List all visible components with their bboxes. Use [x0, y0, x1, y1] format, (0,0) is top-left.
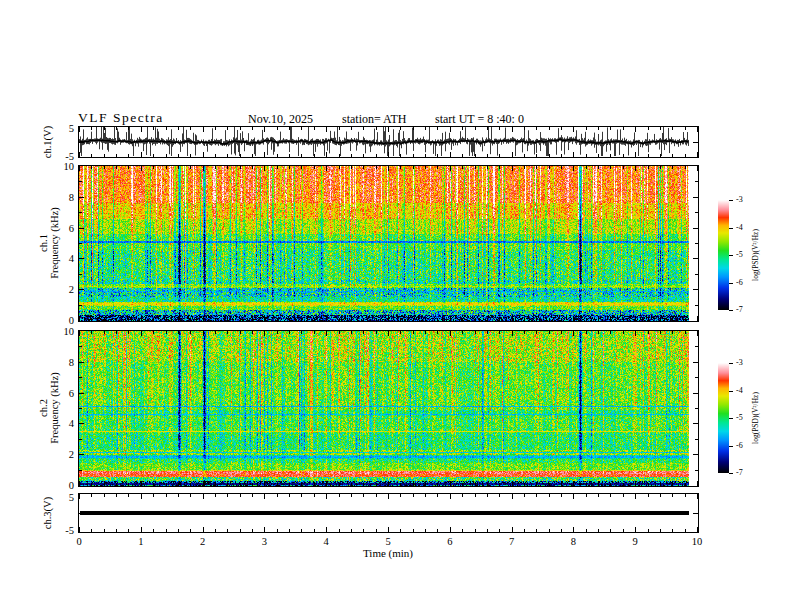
- time-tick-label-4: 4: [324, 536, 329, 547]
- ch2-spectrogram-panel: [78, 330, 699, 487]
- colorbar-ch2-tick: [729, 391, 733, 392]
- spec1-freq-tick-label-2: 2: [69, 284, 74, 295]
- time-tick-label-5: 5: [385, 536, 390, 547]
- colorbar-ch2-tick: [729, 363, 733, 364]
- time-tick-label-7: 7: [509, 536, 514, 547]
- time-tick-label-6: 6: [447, 536, 452, 547]
- time-tick-label-8: 8: [571, 536, 576, 547]
- colorbar-ch2-tick: [729, 446, 733, 447]
- spec1-freq-tick-label-6: 6: [69, 222, 74, 233]
- colorbar-ch1-tick: [729, 310, 733, 311]
- colorbar-ch2-tick-label--5: -5: [736, 414, 743, 422]
- colorbar-ch2-title: log(PSD)(V²/Hz): [750, 392, 761, 444]
- vlf-spectra-figure: VLF Spectra Nov.10, 2025 station= ATH st…: [0, 0, 792, 612]
- time-tick-label-9: 9: [633, 536, 638, 547]
- colorbar-ch1-tick-label--3: -3: [736, 196, 743, 204]
- ch1-volt-axis-label: ch.1(V): [42, 126, 53, 158]
- ch3-waveform-panel: [78, 493, 699, 533]
- time-tick-label-3: 3: [262, 536, 267, 547]
- spec2-freq-tick-label-8: 8: [69, 356, 74, 367]
- colorbar-ch1-tick: [729, 200, 733, 201]
- colorbar-ch2-tick-label--7: -7: [736, 469, 743, 477]
- ch1-spectrogram-panel: [78, 165, 699, 322]
- colorbar-ch1-tick: [729, 283, 733, 284]
- ch1-spectrogram-canvas: [79, 166, 698, 321]
- wave-ytick-5: 5: [69, 123, 74, 134]
- date-label: Nov.10, 2025: [248, 112, 313, 127]
- time-axis-label: Time (min): [363, 548, 413, 559]
- time-tick-label-10: 10: [692, 536, 703, 547]
- colorbar-ch2-tick-label--3: -3: [736, 359, 743, 367]
- wave-ytick-minus5: -5: [65, 151, 74, 162]
- colorbar-ch1-tick: [729, 228, 733, 229]
- ch1-waveform-panel: [78, 126, 699, 158]
- spec2-freq-tick-label-0: 0: [69, 480, 74, 491]
- colorbar-ch2-tick: [729, 418, 733, 419]
- ch3-ytick-5: 5: [69, 492, 74, 503]
- time-tick-label-0: 0: [76, 536, 81, 547]
- colorbar-ch1-title: log(PSD)(V²/Hz): [750, 229, 761, 281]
- spec2-freq-tick-label-2: 2: [69, 449, 74, 460]
- spec2-freq-tick-label-6: 6: [69, 387, 74, 398]
- ch2-freq-axis-label: ch.2Frequency (kHz): [38, 372, 60, 443]
- ch1-freq-axis-label: ch.1Frequency (kHz): [38, 207, 60, 278]
- spec2-freq-tick-label-10: 10: [64, 326, 75, 337]
- spec2-freq-tick-label-4: 4: [69, 418, 74, 429]
- ch2-spectrogram-canvas: [79, 331, 698, 486]
- colorbar-ch2-tick-label--6: -6: [736, 442, 743, 450]
- colorbar-ch1-tick-label--4: -4: [736, 224, 743, 232]
- spec1-freq-tick-label-4: 4: [69, 253, 74, 264]
- colorbar-ch2-tick: [729, 473, 733, 474]
- ch1-waveform-canvas: [79, 127, 698, 157]
- spec1-freq-tick-label-8: 8: [69, 191, 74, 202]
- spec1-freq-tick-label-0: 0: [69, 315, 74, 326]
- figure-title: VLF Spectra: [78, 110, 164, 126]
- colorbar-ch1-tick: [729, 255, 733, 256]
- start-time-label: start UT = 8 :40: 0: [435, 112, 524, 127]
- colorbar-ch1-tick-label--6: -6: [736, 279, 743, 287]
- colorbar-ch1: [718, 200, 729, 310]
- spec1-freq-tick-label-10: 10: [64, 161, 75, 172]
- ch3-ytick-minus5: -5: [65, 525, 74, 536]
- ch3-volt-axis-label: ch.3(V): [42, 497, 53, 529]
- ch3-waveform-canvas: [79, 494, 698, 532]
- time-tick-label-1: 1: [138, 536, 143, 547]
- time-tick-label-2: 2: [200, 536, 205, 547]
- station-label: station= ATH: [342, 112, 406, 127]
- colorbar-ch1-tick-label--5: -5: [736, 251, 743, 259]
- colorbar-ch2-tick-label--4: -4: [736, 387, 743, 395]
- colorbar-ch2: [718, 363, 729, 473]
- colorbar-ch1-tick-label--7: -7: [736, 306, 743, 314]
